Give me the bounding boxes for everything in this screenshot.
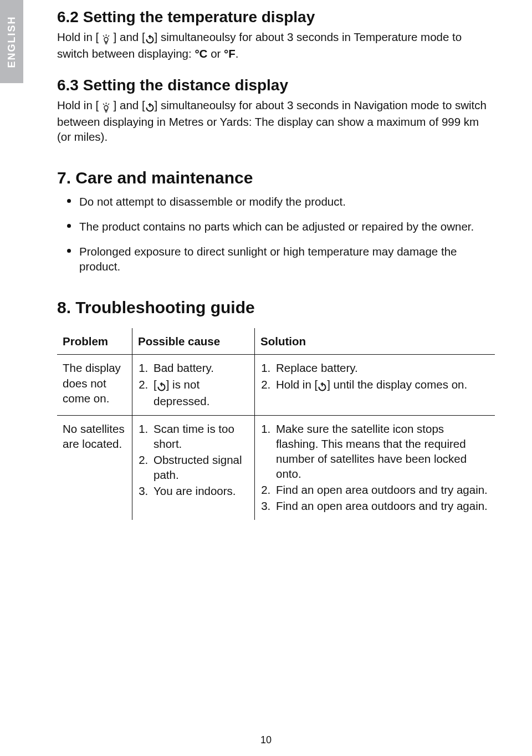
heading-6-3: 6.3 Setting the distance display <box>57 76 495 94</box>
troubleshooting-table: Problem Possible cause Solution The disp… <box>57 328 495 519</box>
language-label: ENGLISH <box>6 16 18 68</box>
col-header-problem: Problem <box>57 328 132 355</box>
cause-item: [] is not depressed. <box>151 377 249 408</box>
text-fragment: or <box>207 47 224 60</box>
cell-problem: The display does not come on. <box>57 355 132 415</box>
cause-item: Bad battery. <box>151 360 249 375</box>
solution-item: Make sure the satellite icon stops flash… <box>274 421 489 481</box>
list-item: Do not attempt to disassemble or modify … <box>57 194 495 209</box>
language-side-tab: ENGLISH <box>0 0 23 83</box>
svg-line-1 <box>103 35 104 37</box>
solution-item: Find an open area outdoors and try again… <box>274 498 489 513</box>
table-header-row: Problem Possible cause Solution <box>57 328 495 355</box>
cell-solution: Make sure the satellite icon stops flash… <box>255 415 495 520</box>
text-fragment: Hold in [ <box>57 99 102 111</box>
heading-8: 8. Troubleshooting guide <box>57 298 495 317</box>
col-header-cause: Possible cause <box>132 328 255 355</box>
power-icon <box>145 99 155 114</box>
col-header-solution: Solution <box>255 328 495 355</box>
text-fragment: ] and [ <box>110 30 145 43</box>
svg-line-9 <box>108 104 109 105</box>
solution-item: Replace battery. <box>274 360 489 375</box>
list-item: Prolonged exposure to direct sunlight or… <box>57 244 495 274</box>
cell-cause: Bad battery. [] is not depressed. <box>132 355 255 415</box>
cause-item: You are indoors. <box>151 483 249 498</box>
cause-item: Obstructed signal path. <box>151 452 249 482</box>
paragraph-6-3: Hold in [ ] and [] simultaneoulsy for ab… <box>57 98 495 144</box>
heading-7: 7. Care and maintenance <box>57 168 495 187</box>
unit-fahrenheit: °F <box>224 47 236 60</box>
page-number: 10 <box>0 734 532 746</box>
cell-cause: Scan time is too short. Obstructed signa… <box>132 415 255 520</box>
list-item: The product contains no parts which can … <box>57 219 495 234</box>
text-fragment: Hold in [ <box>276 378 318 391</box>
cause-item: Scan time is too short. <box>151 421 249 451</box>
power-icon <box>157 379 166 394</box>
table-row: The display does not come on. Bad batter… <box>57 355 495 415</box>
cell-solution: Replace battery. Hold in [] until the di… <box>255 355 495 415</box>
unit-celsius: °C <box>195 47 207 60</box>
page-content: 6.2 Setting the temperature display Hold… <box>57 8 495 520</box>
text-fragment: Hold in [ <box>57 30 102 43</box>
svg-line-8 <box>103 104 104 105</box>
text-fragment: ] and [ <box>110 99 145 111</box>
power-icon <box>318 379 327 394</box>
heading-6-2: 6.2 Setting the temperature display <box>57 8 495 26</box>
power-icon <box>145 31 155 46</box>
cell-problem: No satellites are located. <box>57 415 132 520</box>
text-fragment: . <box>236 47 239 60</box>
backlight-icon <box>102 99 110 114</box>
solution-item: Find an open area outdoors and try again… <box>274 482 489 497</box>
care-list: Do not attempt to disassemble or modify … <box>57 194 495 274</box>
svg-line-2 <box>108 35 109 37</box>
solution-item: Hold in [] until the display comes on. <box>274 377 489 394</box>
paragraph-6-2: Hold in [ ] and [] simultaneoulsy for ab… <box>57 29 495 61</box>
table-row: No satellites are located. Scan time is … <box>57 415 495 520</box>
backlight-icon <box>102 31 110 46</box>
text-fragment: ] until the display comes on. <box>327 378 467 391</box>
